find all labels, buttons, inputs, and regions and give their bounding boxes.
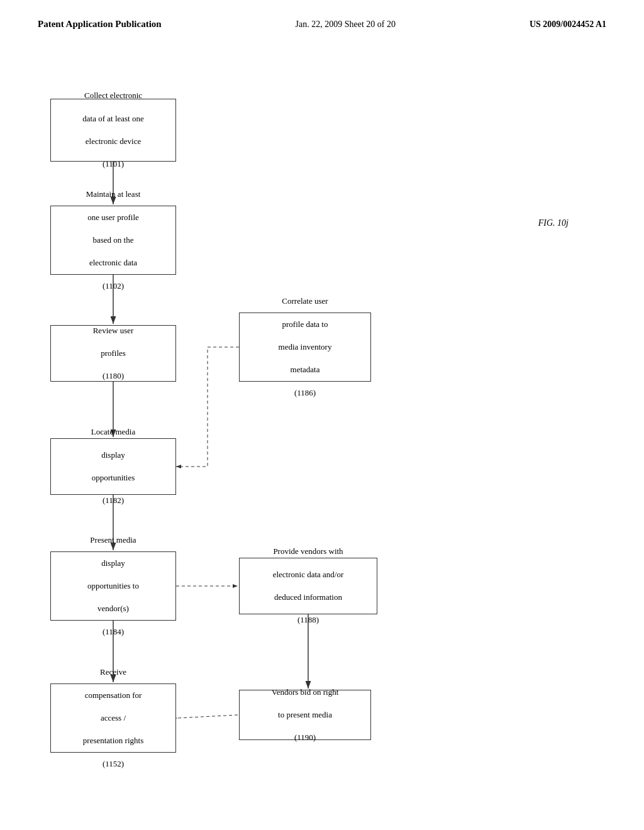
fig-label: FIG. 10j xyxy=(538,218,569,228)
flowchart-box-box1186: Correlate userprofile data tomedia inven… xyxy=(239,313,371,382)
flowchart-box-box1184: Present mediadisplayopportunities tovend… xyxy=(50,551,176,621)
header-right: US 2009/0024452 A1 xyxy=(530,19,606,30)
page-header: Patent Application Publication Jan. 22, … xyxy=(0,0,644,36)
diagram-area: Collect electronicdata of at least oneel… xyxy=(0,36,644,816)
flowchart-box-box1180: Review userprofiles(1180) xyxy=(50,325,176,382)
svg-line-9 xyxy=(177,715,238,718)
header-left: Patent Application Publication xyxy=(38,19,162,30)
header-center: Jan. 22, 2009 Sheet 20 of 20 xyxy=(296,19,396,30)
flowchart-box-box1188: Provide vendors withelectronic data and/… xyxy=(239,558,377,614)
flowchart-box-box1182: Locate mediadisplayopportunities(1182) xyxy=(50,438,176,495)
flowchart-box-box1101: Collect electronicdata of at least oneel… xyxy=(50,99,176,162)
flowchart-box-box1152: Receivecompensation foraccess /presentat… xyxy=(50,683,176,753)
flowchart-box-box1190: Vendors bid on rightto present media(119… xyxy=(239,690,371,740)
flowchart-box-box1102: Maintain at leastone user profilebased o… xyxy=(50,206,176,275)
